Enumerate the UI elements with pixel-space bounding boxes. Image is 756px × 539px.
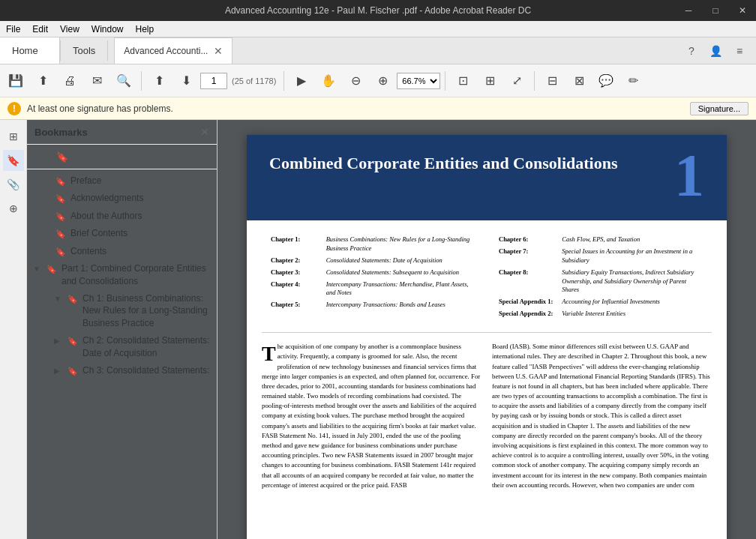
bookmark-brief-contents[interactable]: 🔖 Brief Contents xyxy=(27,225,217,242)
bookmark-ch2[interactable]: ▶ 🔖 Ch 2: Consolidated Statements: Date … xyxy=(27,332,217,362)
bookmark-icon-5: 🔖 xyxy=(56,247,66,258)
ch1-title: Business Combinations: New Rules for a L… xyxy=(322,234,479,255)
bookmarks-panel: Bookmarks ✕ ☰▾ 🔖+ 🔖 Preface 🔖 Ackno xyxy=(27,120,217,539)
table-row: Chapter 7: Special Issues in Accounting … xyxy=(494,246,707,267)
bookmark-icon-3: 🔖 xyxy=(56,211,66,223)
bookmark-brief-contents-label: Brief Contents xyxy=(70,227,211,240)
menu-view[interactable]: View xyxy=(54,22,86,36)
main-area: ⊞ 🔖 📎 ⊕ Bookmarks ✕ ☰▾ 🔖+ 🔖 Preface xyxy=(0,120,756,539)
tab-tools[interactable]: Tools xyxy=(61,37,107,64)
tab-separator-2 xyxy=(107,40,108,61)
pdf-chapter-header: Combined Corporate Entities and Consolid… xyxy=(247,135,727,220)
notification-message: At least one signature has problems. xyxy=(27,103,173,114)
sidebar-icon-thumbnail[interactable]: ⊞ xyxy=(3,126,24,147)
next-page-button[interactable]: ⬇ xyxy=(173,68,199,94)
help-icon-button[interactable]: ? xyxy=(681,40,702,61)
zoom-select[interactable]: 50% 66.7% 75% 100% 125% 150% xyxy=(397,73,440,89)
bookmark-icon-8: 🔖 xyxy=(68,336,78,347)
menu-file[interactable]: File xyxy=(0,22,26,36)
fit-page-button[interactable]: ⊡ xyxy=(450,68,476,94)
tab-right-area: ? 👤 ≡ xyxy=(681,37,756,64)
bookmark-about-authors-label: About the Authors xyxy=(70,210,211,223)
fit-width-button[interactable]: ⊞ xyxy=(477,68,502,94)
ch8-title: Subsidiary Equity Transactions, Indirect… xyxy=(557,267,707,297)
sidebar-icon-strip: ⊞ 🔖 📎 ⊕ xyxy=(0,120,27,539)
bookmark-preface[interactable]: 🔖 Preface xyxy=(27,172,217,190)
email-button[interactable]: ✉ xyxy=(84,68,110,94)
select-tool-button[interactable]: ▶ xyxy=(289,68,314,94)
table-row: Chapter 4: Intercompany Transactions: Me… xyxy=(266,279,479,300)
signin-icon-button[interactable]: 👤 xyxy=(705,40,726,61)
prev-page-button[interactable]: ⬆ xyxy=(146,68,172,94)
tab-home[interactable]: Home xyxy=(0,37,60,64)
bookmark-acknowledgments[interactable]: 🔖 Acknowledgments xyxy=(27,190,217,207)
table-row: Chapter 5: Intercompany Transactions: Bo… xyxy=(266,299,479,311)
ch7-num: Chapter 7: xyxy=(494,246,557,267)
sidebar-icon-bookmarks[interactable]: 🔖 xyxy=(3,150,24,171)
bookmark-ch1[interactable]: ▼ 🔖 Ch 1: Business Combinations: New Rul… xyxy=(27,290,217,332)
maximize-button[interactable]: □ xyxy=(702,0,729,21)
save-button[interactable]: 💾 xyxy=(3,68,28,94)
pdf-chapter-number: 1 xyxy=(674,145,704,205)
menu-help[interactable]: Help xyxy=(130,22,160,36)
ch4-num: Chapter 4: xyxy=(266,279,322,300)
ch3-title: Consolidated Statements: Subsequent to A… xyxy=(322,267,479,279)
bookmarks-add-button[interactable]: 🔖+ xyxy=(56,148,75,166)
bookmark-icon-2: 🔖 xyxy=(56,193,66,205)
window-controls: ─ □ ✕ xyxy=(675,0,756,21)
sidebar-icon-layers[interactable]: ⊕ xyxy=(3,198,24,219)
window-title: Advanced Accounting 12e - Paul M. Fische… xyxy=(225,5,531,16)
tools-bar-btn2[interactable]: ⊠ xyxy=(566,68,592,94)
table-row: Chapter 2: Consolidated Statements: Date… xyxy=(266,255,479,267)
page-number-input[interactable] xyxy=(200,73,227,89)
close-button[interactable]: ✕ xyxy=(729,0,756,21)
upload-button[interactable]: ⬆ xyxy=(30,68,56,94)
hand-tool-button[interactable]: ✋ xyxy=(316,68,341,94)
print-button[interactable]: 🖨 xyxy=(57,68,82,94)
ch6-title: Cash Flow, EPS, and Taxation xyxy=(557,234,707,246)
special-app2-title: Variable Interest Entities xyxy=(557,308,707,320)
bookmark-icon-7: 🔖 xyxy=(68,294,78,305)
tab-close-button[interactable]: ✕ xyxy=(214,46,223,56)
notification-actions: Signature... xyxy=(690,102,748,115)
menu-window[interactable]: Window xyxy=(86,22,130,36)
bookmark-icon-9: 🔖 xyxy=(68,366,78,377)
ch5-title: Intercompany Transactions: Bonds and Lea… xyxy=(322,299,479,311)
bookmarks-options-button[interactable]: ☰▾ xyxy=(33,148,52,166)
bookmark-ch1-label: Ch 1: Business Combinations: New Rules f… xyxy=(82,292,211,330)
warning-icon: ! xyxy=(8,102,21,115)
pdf-body: T he acquisition of one company by anoth… xyxy=(262,342,712,490)
sidebar-icon-attachments[interactable]: 📎 xyxy=(3,174,24,195)
ch4-title: Intercompany Transactions: Merchandise, … xyxy=(322,279,479,300)
bookmark-about-authors[interactable]: 🔖 About the Authors xyxy=(27,208,217,225)
bookmark-part1[interactable]: ▼ 🔖 Part 1: Combined Corporate Entities … xyxy=(27,260,217,290)
tools-bar-btn[interactable]: ⊟ xyxy=(539,68,565,94)
tab-document-label: Advanced Accounti... xyxy=(124,46,208,56)
bookmark-part1-label: Part 1: Combined Corporate Entities and … xyxy=(62,262,211,288)
comment-button[interactable]: 💬 xyxy=(593,68,619,94)
fullscreen-button[interactable]: ⤢ xyxy=(504,68,530,94)
menu-icon-button[interactable]: ≡ xyxy=(729,40,750,61)
pdf-body-left-text: he acquisition of one company by another… xyxy=(262,343,480,489)
minimize-button[interactable]: ─ xyxy=(675,0,702,21)
bookmark-ch3[interactable]: ▶ 🔖 Ch 3: Consolidated Statements: xyxy=(27,362,217,379)
table-row: Special Appendix 2: Variable Interest En… xyxy=(494,308,707,320)
table-row: Chapter 8: Subsidiary Equity Transaction… xyxy=(494,267,707,297)
pdf-viewer-area[interactable]: Combined Corporate Entities and Consolid… xyxy=(218,120,756,539)
tab-document[interactable]: Advanced Accounti... ✕ xyxy=(114,37,232,64)
bookmarks-close-button[interactable]: ✕ xyxy=(200,126,209,138)
zoom-in-button[interactable]: ⊕ xyxy=(370,68,395,94)
pdf-chapter-title: Combined Corporate Entities and Consolid… xyxy=(269,153,618,175)
zoom-out-button[interactable]: ⊖ xyxy=(343,68,368,94)
special-app1-num: Special Appendix 1: xyxy=(494,296,557,308)
menu-edit[interactable]: Edit xyxy=(26,22,54,36)
signature-button[interactable]: Signature... xyxy=(690,102,748,115)
toolbar-sep-2 xyxy=(284,71,284,91)
pen-button[interactable]: ✏ xyxy=(620,68,646,94)
tab-bar: Home Tools Advanced Accounti... ✕ ? 👤 ≡ xyxy=(0,37,756,64)
notification-bar: ! At least one signature has problems. S… xyxy=(0,97,756,120)
bookmark-contents[interactable]: 🔖 Contents xyxy=(27,243,217,260)
bookmarks-header: Bookmarks ✕ xyxy=(27,120,217,145)
search-button[interactable]: 🔍 xyxy=(111,68,136,94)
special-app1-title: Accounting for Influential Investments xyxy=(557,296,707,308)
